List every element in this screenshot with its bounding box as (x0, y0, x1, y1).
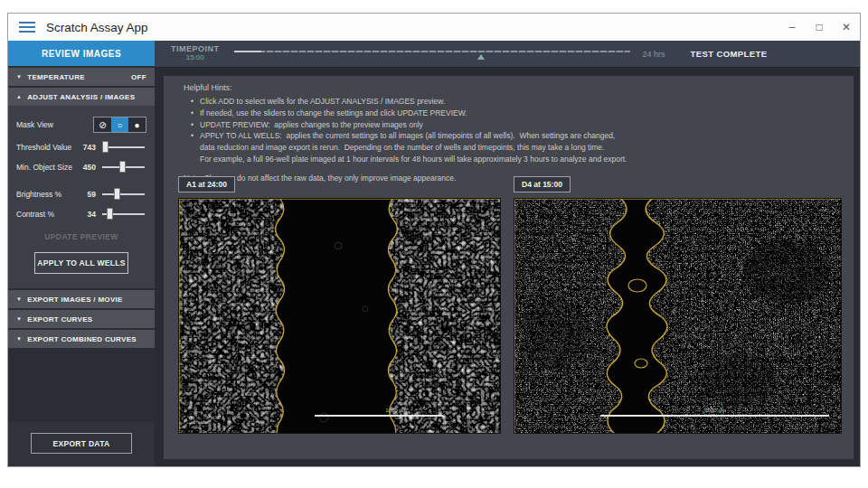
preview-image-a1[interactable]: 1000 µm (178, 198, 501, 434)
threshold-slider-thumb[interactable] (102, 141, 108, 153)
thin-region-shade (703, 352, 778, 407)
mask-filled-icon[interactable]: ● (128, 117, 146, 132)
main-area: TIMEPOINT 15:00 24 hrs TEST COMPLETE Hel… (155, 41, 860, 466)
hint-item: UPDATE PREVIEW: applies changes to the p… (191, 119, 627, 131)
threshold-label: Threshold Value (16, 143, 78, 152)
preview-label-d4: D4 at 15:00 (514, 176, 571, 192)
timeline-track-start-segment (234, 51, 261, 52)
section-temperature[interactable]: ▼ TEMPERATURE OFF (8, 68, 155, 86)
min-object-size-value: 450 (78, 163, 96, 172)
update-preview-button[interactable]: UPDATE PREVIEW (16, 232, 146, 241)
min-object-size-slider[interactable] (102, 161, 146, 173)
min-object-size-slider-thumb[interactable] (119, 161, 126, 173)
temperature-label: TEMPERATURE (27, 73, 85, 81)
app-window: Scratch Assay App – □ ✕ REVIEW IMAGES ▼ … (7, 13, 861, 467)
title-bar: Scratch Assay App – □ ✕ (8, 14, 860, 41)
brightness-slider-thumb[interactable] (114, 188, 120, 200)
scale-bar-label: 1000 µm (704, 408, 725, 413)
threshold-slider[interactable] (102, 141, 146, 153)
thin-region-shade (742, 239, 829, 304)
contrast-value: 34 (78, 210, 96, 219)
export-combined-curves-label: EXPORT COMBINED CURVES (27, 335, 137, 343)
close-button[interactable]: ✕ (833, 17, 860, 37)
mask-island (628, 279, 646, 292)
export-data-button[interactable]: EXPORT DATA (31, 433, 132, 454)
brightness-value: 59 (78, 190, 96, 199)
minimize-button[interactable]: – (778, 17, 806, 37)
helpful-hints: Helpful Hints: Click ADD to select wells… (184, 83, 627, 183)
slider-row-brightness: Brightness % 59 (16, 188, 146, 200)
preview-panel: Helpful Hints: Click ADD to select wells… (164, 76, 854, 459)
window-title: Scratch Assay App (46, 21, 148, 34)
chevron-up-icon: ▲ (16, 94, 22, 99)
chevron-down-icon: ▼ (16, 74, 22, 80)
threshold-value: 743 (78, 143, 96, 152)
timeline-marker[interactable] (477, 54, 485, 60)
preview-label-a1: A1 at 24:00 (178, 176, 235, 192)
timeline-end-label: 24 hrs (643, 50, 665, 59)
timepoint-current-time: 15:00 (186, 54, 204, 62)
hints-list: Click ADD to select wells for the ADJUST… (191, 96, 627, 165)
adjust-analysis-panel: Mask View ⊘ ○ ● Threshold Value 743 Min. (8, 106, 155, 288)
min-object-size-label: Min. Object Size (16, 163, 78, 172)
mask-view-label: Mask View (16, 120, 53, 129)
export-curves-label: EXPORT CURVES (27, 315, 92, 324)
mask-outline-icon[interactable]: ○ (111, 117, 128, 132)
sidebar: REVIEW IMAGES ▼ TEMPERATURE OFF ▲ ADJUST… (8, 41, 155, 466)
section-adjust-analysis[interactable]: ▲ ADJUST ANALYSIS / IMAGES (8, 88, 155, 106)
adjust-analysis-label: ADJUST ANALYSIS / IMAGES (27, 93, 135, 101)
contrast-slider-thumb[interactable] (107, 208, 113, 220)
mask-island (635, 359, 647, 368)
slider-row-threshold: Threshold Value 743 (16, 141, 146, 153)
brightness-label: Brightness % (16, 190, 78, 199)
hint-item: If needed, use the sliders to change the… (191, 108, 627, 119)
hints-title: Helpful Hints: (184, 83, 627, 92)
window-controls: – □ ✕ (778, 17, 860, 37)
mask-view-toggle-group: ⊘ ○ ● (93, 117, 146, 133)
section-export-combined-curves[interactable]: ▼ EXPORT COMBINED CURVES (8, 330, 155, 348)
apply-to-all-wells-button[interactable]: APPLY TO ALL WELLS (34, 252, 128, 274)
slider-row-contrast: Contrast % 34 (16, 208, 146, 220)
scale-bar-label: 1000 µm (385, 408, 406, 413)
contrast-slider[interactable] (102, 208, 146, 220)
test-complete-status: TEST COMPLETE (691, 49, 768, 59)
temperature-value: OFF (131, 73, 146, 81)
chevron-down-icon: ▼ (16, 316, 22, 322)
hamburger-menu-icon[interactable] (19, 19, 35, 35)
thin-region-shade (524, 298, 587, 371)
brightness-slider[interactable] (102, 188, 146, 200)
mask-none-icon[interactable]: ⊘ (94, 117, 111, 132)
contrast-label: Contrast % (16, 210, 78, 219)
timeline-bar: TIMEPOINT 15:00 24 hrs TEST COMPLETE (155, 41, 860, 68)
section-export-curves[interactable]: ▼ EXPORT CURVES (8, 310, 155, 328)
export-images-movie-label: EXPORT IMAGES / MOVIE (27, 296, 122, 304)
chevron-down-icon: ▼ (16, 336, 22, 342)
slider-row-min-object-size: Min. Object Size 450 (16, 161, 146, 173)
chevron-down-icon: ▼ (16, 296, 22, 302)
section-export-images-movie[interactable]: ▼ EXPORT IMAGES / MOVIE (8, 290, 155, 308)
hint-item: Click ADD to select wells for the ADJUST… (191, 96, 627, 108)
timeline-track[interactable] (234, 49, 630, 60)
hint-item: APPLY TO ALL WELLS: applies the current … (191, 130, 627, 164)
preview-image-d4[interactable]: 1000 µm (514, 198, 842, 434)
maximize-button[interactable]: □ (806, 17, 833, 37)
tab-review-images[interactable]: REVIEW IMAGES (8, 41, 155, 66)
